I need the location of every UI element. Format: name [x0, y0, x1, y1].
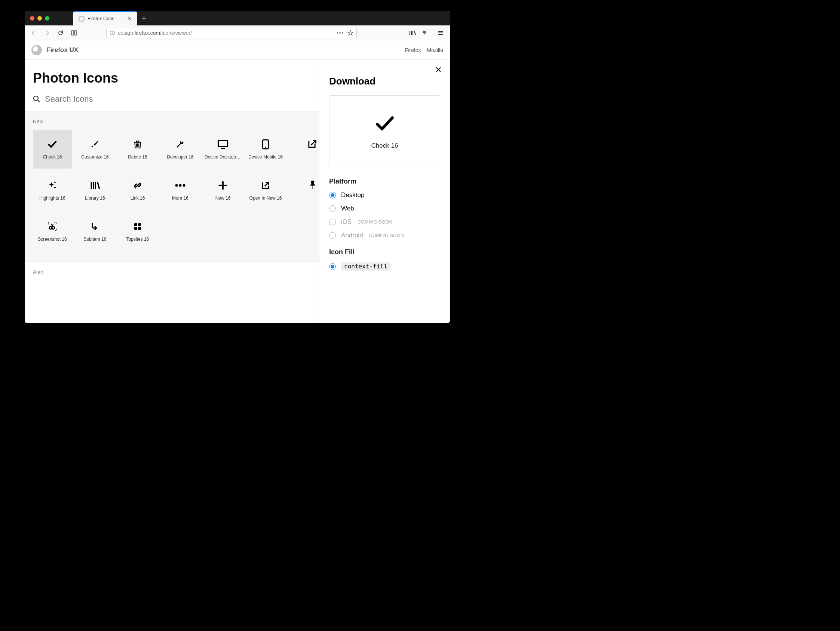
svg-rect-0: [71, 31, 74, 35]
icon-card-developer[interactable]: Developer 16: [161, 130, 200, 169]
icon-card-check[interactable]: Check 16: [33, 130, 72, 169]
page-actions-icon[interactable]: •••: [336, 30, 344, 36]
svg-point-8: [265, 147, 266, 148]
library-button[interactable]: [407, 28, 418, 38]
library-icon: [89, 180, 101, 191]
icon-card-screenshot[interactable]: Screenshot 16: [33, 212, 72, 251]
reload-button[interactable]: [55, 28, 66, 38]
sparkle-icon: [47, 180, 58, 191]
icon-card-customize[interactable]: Customize 16: [76, 130, 114, 169]
icon-card-more[interactable]: More 16: [161, 171, 200, 210]
back-button[interactable]: [28, 28, 39, 38]
screenshot-icon: [47, 221, 58, 232]
grid-icon: [132, 221, 143, 232]
svg-rect-16: [134, 227, 137, 230]
icon-card-device-desktop[interactable]: Device Desktop …: [204, 130, 242, 169]
svg-point-11: [183, 184, 185, 187]
download-panel: ✕ Download Check 16 Platform Desktop Web…: [319, 60, 450, 323]
reader-button[interactable]: [69, 28, 79, 38]
brush-icon: [89, 139, 101, 150]
icon-fill-heading: Icon Fill: [329, 248, 440, 256]
check-icon: [374, 112, 396, 134]
platform-heading: Platform: [329, 178, 440, 185]
icon-card-external[interactable]: Externa: [289, 130, 319, 169]
icon-card-library[interactable]: Library 16: [76, 171, 114, 210]
page-title: Photon Icons: [25, 60, 319, 90]
icon-card-subitem[interactable]: Subitem 16: [76, 212, 114, 251]
icon-card-topsites[interactable]: Topsites 16: [118, 212, 157, 251]
icon-card-open-in-new[interactable]: Open In New 16: [246, 171, 285, 210]
svg-rect-6: [218, 140, 228, 147]
radio-icon: [329, 205, 336, 212]
radio-icon: [329, 263, 336, 270]
svg-rect-4: [112, 33, 112, 34]
forward-button[interactable]: [42, 28, 52, 38]
titlebar: Firefox Icons × +: [25, 11, 450, 25]
svg-point-9: [175, 184, 178, 187]
wrench-icon: [175, 139, 186, 150]
icon-preview: Check 16: [329, 95, 440, 166]
fill-option-context-fill[interactable]: context-fill: [329, 262, 440, 271]
svg-rect-14: [134, 223, 137, 226]
external-icon: [306, 139, 317, 150]
radio-icon: [329, 232, 336, 239]
platform-option-android: AndroidCOMING SOON: [329, 232, 440, 239]
pin-icon: [307, 180, 318, 191]
trash-icon: [132, 139, 143, 150]
icon-grid: Check 16 Customize 16 Delete 16 Develope…: [33, 130, 311, 251]
site-header: Firefox UX Firefox Mozilla: [25, 40, 450, 60]
check-icon: [47, 139, 58, 150]
section-new-label: New: [33, 118, 311, 125]
plus-icon: [217, 180, 229, 191]
icon-card-device-mobile[interactable]: Device Mobile 16: [246, 130, 285, 169]
new-tab-button[interactable]: +: [137, 11, 151, 25]
more-icon: [175, 180, 186, 191]
icon-card-highlights[interactable]: Highlights 16: [33, 171, 72, 210]
browser-tab[interactable]: Firefox Icons ×: [73, 11, 137, 25]
radio-icon: [329, 219, 336, 226]
search-icon: [33, 95, 40, 103]
svg-point-3: [112, 32, 112, 32]
hamburger-menu-button[interactable]: [435, 27, 446, 38]
section-alert-label: Alert: [33, 269, 311, 275]
icon-card-pin[interactable]: Pi: [289, 171, 319, 210]
svg-rect-15: [138, 223, 141, 226]
open-in-new-icon: [260, 180, 271, 191]
subitem-icon: [89, 221, 101, 232]
panel-close-icon[interactable]: ✕: [435, 65, 442, 75]
platform-option-web[interactable]: Web: [329, 205, 440, 212]
firefox-logo-icon: [32, 45, 42, 55]
svg-point-5: [34, 96, 38, 101]
bookmark-icon[interactable]: [347, 30, 354, 36]
icon-card-delete[interactable]: Delete 16: [118, 130, 157, 169]
close-icon[interactable]: ×: [126, 15, 133, 23]
header-link-firefox[interactable]: Firefox: [405, 47, 421, 53]
platform-option-ios: iOSCOMING SOON: [329, 218, 440, 226]
icon-card-link[interactable]: Link 16: [118, 171, 157, 210]
url-bar[interactable]: design.firefox.com/icons/viewer/ •••: [106, 28, 357, 38]
radio-icon: [329, 192, 336, 199]
platform-option-desktop[interactable]: Desktop: [329, 191, 440, 199]
window-zoom-button[interactable]: [45, 16, 49, 21]
svg-point-10: [179, 184, 182, 187]
panel-title: Download: [329, 76, 440, 87]
favicon-icon: [79, 16, 85, 22]
mobile-icon: [260, 139, 271, 150]
overflow-button[interactable]: [419, 28, 430, 38]
tab-title: Firefox Icons: [87, 16, 123, 21]
browser-toolbar: design.firefox.com/icons/viewer/ •••: [25, 25, 450, 40]
window-close-button[interactable]: [30, 16, 35, 21]
preview-label: Check 16: [371, 142, 398, 150]
svg-rect-17: [138, 227, 141, 230]
search-input[interactable]: [45, 94, 311, 104]
icon-card-new[interactable]: New 16: [204, 171, 242, 210]
url-text: design.firefox.com/icons/viewer/: [118, 30, 333, 36]
window-minimize-button[interactable]: [37, 16, 42, 21]
info-icon: [110, 30, 115, 36]
link-icon: [132, 180, 143, 191]
desktop-icon: [217, 139, 229, 150]
header-link-mozilla[interactable]: Mozilla: [427, 47, 443, 53]
svg-rect-1: [74, 31, 77, 35]
brand-title: Firefox UX: [46, 46, 78, 54]
